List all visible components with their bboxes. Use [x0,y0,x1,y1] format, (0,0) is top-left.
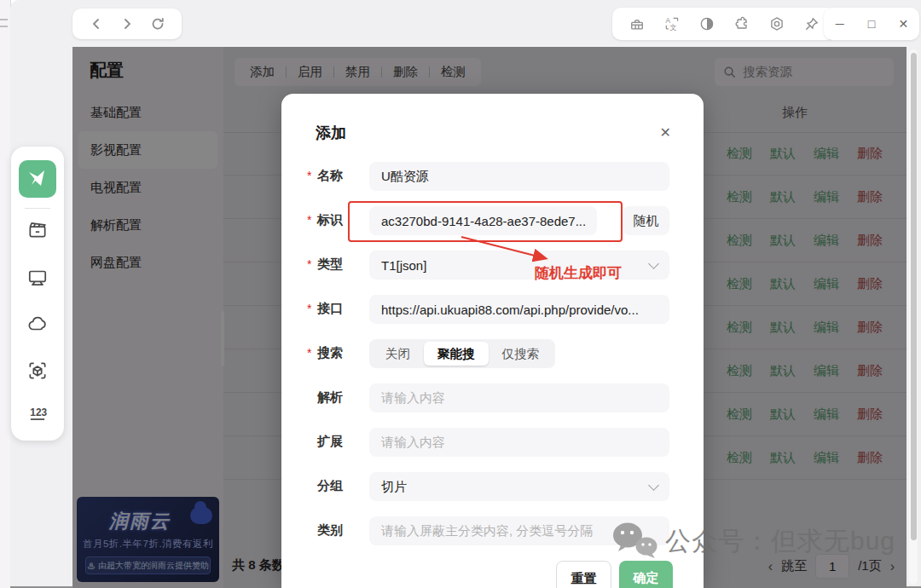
form-field-parse: 解析请输入内容 [281,383,704,412]
dialog-footer: 重置 确定 [281,561,673,588]
contrast-icon[interactable] [696,13,718,35]
watermark: 公众号：但求无bug [611,520,895,562]
search-segmented: 关闭聚能搜仅搜索 [369,339,555,368]
ext-input[interactable]: 请输入内容 [369,428,669,457]
required-asterisk: * [307,213,311,227]
tv-icon[interactable] [26,265,49,289]
translate-icon[interactable]: A文 [661,13,683,35]
parse-input[interactable]: 请输入内容 [369,383,669,412]
required-asterisk: * [307,257,311,271]
forward-button[interactable] [116,13,138,35]
required-asterisk: * [307,346,311,360]
settings-icon[interactable] [766,13,788,35]
back-button[interactable] [85,13,107,35]
field-label-api: 接口 [317,301,343,317]
dock-divider [25,208,50,209]
scrollbar-thumb[interactable] [911,53,917,540]
numbers-icon[interactable]: 123 [26,401,49,425]
maximize-button[interactable]: □ [859,17,884,31]
field-label-name: 名称 [317,168,343,184]
group-select[interactable]: 切片 [369,472,669,501]
search-option-2[interactable]: 仅搜索 [489,342,553,366]
form-field-api: *接口https://api.ukuapi88.com/api.php/prov… [281,295,704,324]
dialog-close-icon[interactable]: ✕ [660,124,671,141]
form-field-name: *名称U酷资源 [281,162,704,191]
annotation-text: 随机生成即可 [535,263,622,283]
svg-text:123: 123 [30,406,47,418]
app-dock: 123 [11,147,64,441]
required-asterisk: * [307,169,311,182]
form-field-search: *搜索关闭聚能搜仅搜索 [281,339,704,368]
field-label-id: 标识 [317,212,343,228]
app-logo[interactable] [19,160,56,198]
cloud-icon[interactable] [26,312,49,336]
close-button[interactable]: ✕ [890,17,916,31]
form-field-ext: 扩展请输入内容 [281,428,704,457]
api-input[interactable]: https://api.ukuapi88.com/api.php/provide… [369,295,669,324]
pin-icon[interactable] [801,13,823,35]
search-option-0[interactable]: 关闭 [372,342,424,366]
confirm-button[interactable]: 确定 [619,561,673,588]
field-label-search: 搜索 [317,345,343,361]
field-label-type: 类型 [317,257,343,273]
dialog-form: *名称U酷资源*标识ac3270bd-9141-4a28-ae37-8ede7.… [281,162,704,561]
minimize-button[interactable]: ─ [827,17,853,31]
watermark-text: 公众号：但求无bug [665,524,895,559]
name-input[interactable]: U酷资源 [369,162,669,191]
movies-icon[interactable] [26,218,49,242]
dialog-title: 添加 [316,123,346,143]
random-button[interactable]: 随机 [623,206,669,235]
nav-box [72,9,182,39]
required-asterisk: * [307,302,311,315]
reset-button[interactable]: 重置 [556,561,611,588]
field-label-group: 分组 [317,478,343,494]
field-label-ext: 扩展 [317,434,343,450]
add-dialog: 添加 ✕ *名称U酷资源*标识ac3270bd-9141-4a28-ae37-8… [281,94,704,588]
svg-text:文: 文 [669,23,676,32]
wechat-icon [611,520,660,562]
window-scrollbar[interactable] [909,49,918,585]
field-label-parse: 解析 [317,389,343,406]
search-option-1[interactable]: 聚能搜 [424,342,489,366]
form-field-group: 分组切片 [281,472,704,501]
field-label-category: 类别 [317,522,343,539]
scan-icon[interactable] [26,359,49,383]
app-window: A文 ─ □ ✕ 配置 基础配置影视配置电视配置解析配置网盘配置 润雨云 首月5… [0,0,921,588]
refresh-button[interactable] [147,13,169,35]
gift-icon[interactable] [626,13,648,35]
window-controls: ─ □ ✕ [824,8,919,40]
titlebar-tools: A文 [612,8,836,40]
extensions-icon[interactable] [731,13,753,35]
